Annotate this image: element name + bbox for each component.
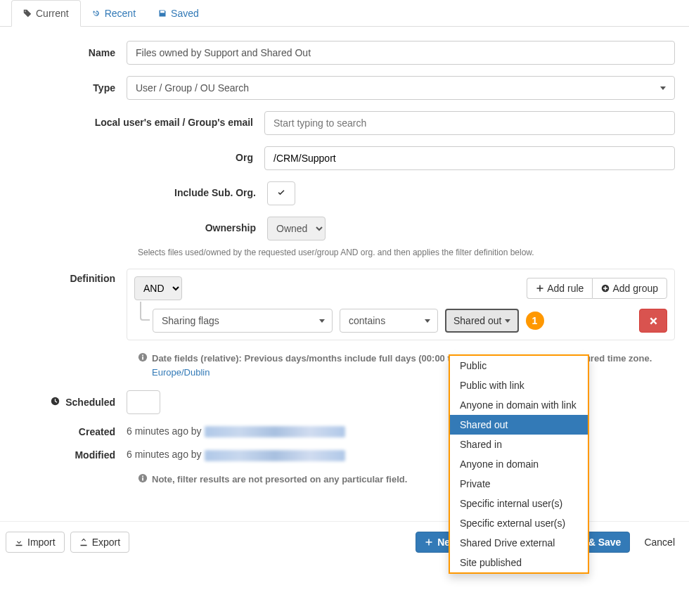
include-sub-checkbox[interactable]: [267, 181, 295, 205]
email-input[interactable]: [264, 111, 675, 135]
modified-value: 6 minutes ago by: [127, 449, 675, 461]
clock-icon: [51, 397, 60, 406]
svg-rect-2: [142, 355, 143, 357]
tab-current-label: Current: [36, 8, 69, 19]
close-icon: [650, 317, 657, 325]
add-rule-button[interactable]: Add rule: [527, 278, 592, 299]
history-icon: [92, 9, 101, 18]
org-label: Org: [14, 151, 264, 165]
cancel-button[interactable]: Cancel: [636, 532, 683, 552]
tab-recent-label: Recent: [105, 8, 136, 19]
ownership-label: Ownership: [14, 222, 267, 236]
rule-field-select[interactable]: Sharing flags: [153, 309, 333, 333]
email-label: Local user's email / Group's email: [14, 116, 264, 130]
tab-current[interactable]: Current: [11, 0, 81, 27]
info-icon: [138, 352, 148, 362]
rule-value-dropdown[interactable]: Shared out: [445, 309, 519, 333]
step-badge: 1: [526, 312, 544, 330]
org-input[interactable]: [264, 146, 675, 170]
save-icon: [158, 9, 167, 18]
type-label: Type: [14, 82, 127, 94]
modified-label: Modified: [14, 449, 127, 461]
delete-rule-button[interactable]: [639, 309, 667, 333]
chevron-down-icon: [660, 86, 666, 90]
dropdown-option[interactable]: Specific internal user(s): [450, 494, 588, 513]
timezone-link[interactable]: Europe/Dublin: [152, 367, 210, 378]
tab-saved-label: Saved: [171, 8, 199, 19]
dropdown-option[interactable]: Anyone in domain with link: [450, 395, 588, 415]
chevron-down-icon: [505, 319, 510, 323]
tag-icon: [23, 9, 32, 18]
created-value: 6 minutes ago by: [127, 425, 675, 437]
tab-recent[interactable]: Recent: [81, 0, 147, 26]
ownership-select[interactable]: Owned: [267, 217, 326, 240]
export-button[interactable]: Export: [70, 532, 129, 553]
svg-rect-1: [142, 357, 143, 359]
dropdown-option[interactable]: Shared out: [450, 415, 588, 435]
tabs-bar: Current Recent Saved: [0, 0, 689, 27]
rule-connector: [140, 302, 150, 321]
created-label: Created: [14, 426, 127, 437]
name-input[interactable]: [127, 41, 675, 65]
dropdown-option[interactable]: Public: [450, 356, 588, 376]
dropdown-option[interactable]: Shared in: [450, 435, 588, 454]
modified-user-blurred: [205, 450, 345, 461]
definition-box: AND Add rule Add group Sharing flags: [127, 269, 675, 340]
rule-row: Sharing flags contains Shared out 1: [134, 309, 667, 333]
scheduled-label: Scheduled: [14, 397, 127, 408]
plus-circle-icon: [601, 284, 610, 293]
created-user-blurred: [205, 426, 345, 437]
type-select[interactable]: User / Group / OU Search: [127, 76, 675, 100]
type-select-value: User / Group / OU Search: [136, 82, 249, 94]
chevron-down-icon: [425, 319, 430, 323]
add-group-button[interactable]: Add group: [592, 278, 667, 299]
tab-saved[interactable]: Saved: [147, 0, 210, 26]
dropdown-option[interactable]: Site published: [450, 553, 588, 563]
svg-rect-6: [142, 475, 143, 477]
name-label: Name: [14, 47, 127, 58]
dropdown-option[interactable]: Public with link: [450, 376, 588, 395]
rule-operator-select[interactable]: contains: [340, 309, 438, 333]
chevron-down-icon: [319, 319, 325, 323]
filter-note: Note, filter results are not presorted o…: [138, 473, 675, 487]
info-icon: [138, 473, 148, 483]
plus-icon: [425, 538, 433, 546]
import-icon: [15, 538, 23, 546]
definition-label: Definition: [14, 269, 127, 284]
sharing-flags-dropdown: PublicPublic with linkAnyone in domain w…: [449, 354, 589, 563]
scheduled-box[interactable]: [127, 390, 160, 414]
hint-text: Selects files used/owned by the requeste…: [138, 248, 675, 257]
include-sub-label: Include Sub. Org.: [14, 186, 267, 200]
svg-rect-5: [142, 477, 143, 480]
dropdown-option[interactable]: Shared Drive external: [450, 533, 588, 553]
condition-operator-select[interactable]: AND: [134, 276, 182, 300]
dropdown-option[interactable]: Private: [450, 474, 588, 494]
date-note: Date fields (relative): Previous days/mo…: [138, 352, 675, 379]
dropdown-option[interactable]: Anyone in domain: [450, 454, 588, 474]
dropdown-option[interactable]: Specific external user(s): [450, 513, 588, 533]
plus-icon: [536, 284, 544, 293]
check-icon: [277, 189, 285, 198]
export-icon: [79, 538, 88, 546]
import-button[interactable]: Import: [6, 532, 65, 553]
